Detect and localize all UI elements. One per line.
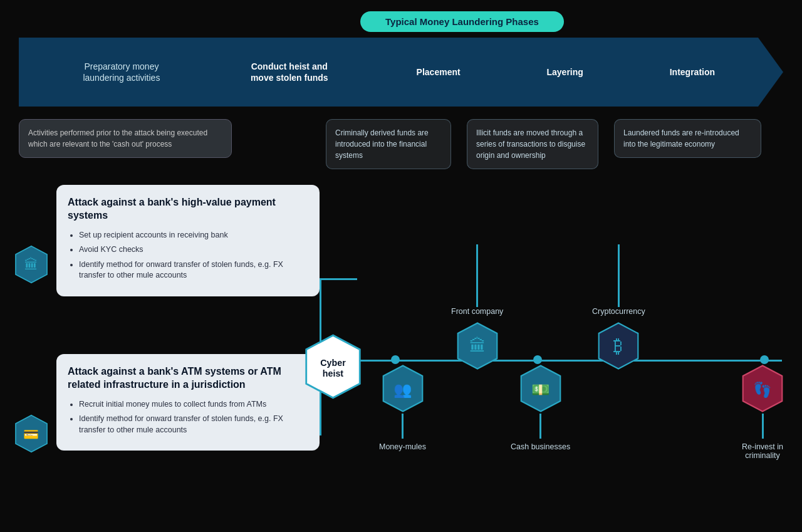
phase-preparatory: Preparatory money laundering activities [81, 61, 162, 83]
cash-businesses-icon: 💵 [519, 363, 563, 414]
reinvest-label: Re-invest in criminality [734, 442, 791, 460]
atm-card: Attack against a bank's ATM systems or A… [56, 354, 320, 451]
svg-text:Cyber: Cyber [320, 358, 346, 368]
phase-conduct: Conduct heist and move stolen funds [249, 61, 330, 83]
branch-front-company: Front company 🏛 [451, 244, 503, 371]
timeline-dot-1 [391, 355, 400, 364]
branch-cryptocurrency: Cryptocurrency ₿ [592, 244, 645, 371]
front-company-label: Front company [451, 307, 503, 316]
money-mules-icon: 👥 [381, 363, 425, 414]
cash-businesses-label: Cash businesses [511, 442, 570, 451]
bank-card-title: Attack against a bank's high-value payme… [68, 196, 308, 222]
phases-container: Preparatory money laundering activities … [19, 61, 783, 83]
svg-text:👥: 👥 [393, 381, 412, 399]
bank-bullet-1: Set up recipient accounts in receiving b… [79, 230, 308, 241]
cryptocurrency-label: Cryptocurrency [592, 307, 645, 316]
bank-bullet-2: Avoid KYC checks [79, 244, 308, 256]
svg-text:💵: 💵 [531, 381, 550, 399]
bank-card-list: Set up recipient accounts in receiving b… [68, 230, 308, 281]
svg-text:🏛: 🏛 [469, 336, 486, 355]
phase-layering: Layering [547, 66, 583, 78]
bank-hex-icon: 🏛 [11, 244, 51, 284]
connector-bank-h [320, 278, 357, 280]
phase-placement: Placement [417, 66, 461, 78]
atm-bullet-2: Identify method for onward transfer of s… [79, 414, 308, 436]
atm-card-title: Attack against a bank's ATM systems or A… [68, 365, 308, 392]
timeline-dot-5 [760, 355, 769, 364]
title-pill: Typical Money Laundering Phases [360, 11, 564, 32]
atm-hex-icon: 💳 [11, 414, 51, 454]
timeline-dot-3 [533, 355, 542, 364]
svg-text:🏛: 🏛 [24, 257, 38, 273]
cryptocurrency-icon: ₿ [596, 321, 640, 371]
atm-card-list: Recruit initial money mules to collect f… [68, 399, 308, 436]
svg-text:💳: 💳 [24, 427, 39, 442]
title-text: Typical Money Laundering Phases [385, 16, 539, 27]
cyber-heist-hex: Cyber heist [303, 332, 363, 404]
front-company-icon: 🏛 [456, 321, 499, 371]
phase-integration: Integration [670, 66, 715, 78]
desc-integration: Laundered funds are re-introduced into t… [614, 119, 761, 158]
main-container: Typical Money Laundering Phases Preparat… [0, 0, 802, 532]
reinvest-icon: 👣 [741, 363, 784, 414]
svg-text:👣: 👣 [753, 381, 772, 399]
desc-placement: Criminally derived funds are introduced … [326, 119, 451, 169]
bank-card: Attack against a bank's high-value payme… [56, 185, 320, 296]
timeline-line [320, 360, 782, 362]
svg-text:heist: heist [323, 368, 344, 378]
desc-preparatory: Activities performed prior to the attack… [19, 119, 232, 158]
bank-bullet-3: Identify method for onward transfer of s… [79, 259, 308, 281]
branch-money-mules: 👥 Money-mules [379, 363, 426, 451]
desc-layering: Illicit funds are moved through a series… [467, 119, 598, 169]
arrow-banner: Preparatory money laundering activities … [19, 38, 783, 107]
money-mules-label: Money-mules [379, 442, 426, 451]
branch-cash-businesses: 💵 Cash businesses [511, 363, 570, 451]
atm-bullet-1: Recruit initial money mules to collect f… [79, 399, 308, 410]
svg-text:₿: ₿ [614, 336, 623, 356]
branch-reinvest: 👣 Re-invest in criminality [734, 363, 791, 460]
